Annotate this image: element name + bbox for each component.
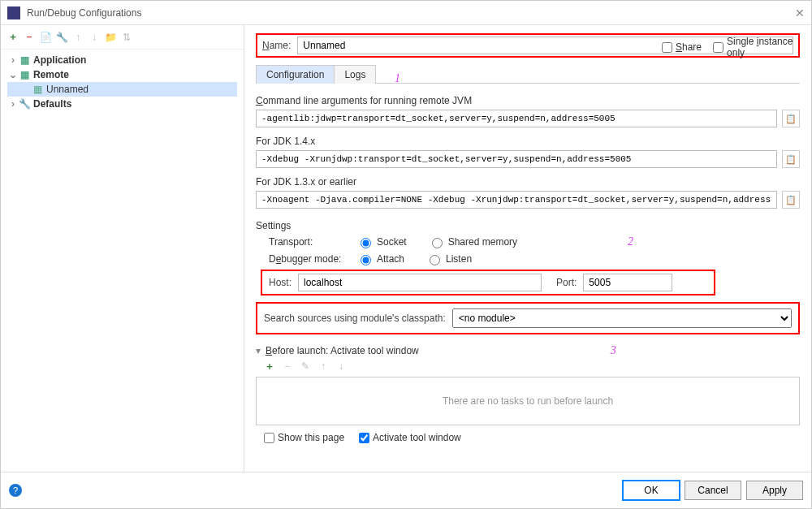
tree-item-unnamed[interactable]: ▦ Unnamed: [7, 82, 237, 97]
chevron-right-icon: ›: [7, 98, 19, 110]
app-logo-icon: [7, 6, 20, 19]
tab-logs[interactable]: Logs: [334, 65, 376, 84]
hostport-row: Host: Port:: [261, 270, 715, 295]
transport-shared-radio[interactable]: Shared memory: [428, 235, 517, 248]
tree-label: Remote: [33, 69, 69, 80]
name-label: NName:ame:: [262, 40, 291, 51]
classpath-select[interactable]: <no module>: [452, 308, 792, 328]
jdk13-input[interactable]: [256, 191, 777, 209]
single-instance-checkbox[interactable]: Single instance only: [713, 36, 811, 58]
before-launch-toolbar: ＋ － ✎ ↑ ↓: [256, 357, 800, 375]
apply-button[interactable]: Apply: [746, 481, 803, 500]
add-icon[interactable]: ＋: [264, 360, 275, 372]
move-down-icon[interactable]: ↓: [89, 32, 100, 43]
classpath-row: Search sources using module's classpath:…: [256, 302, 800, 334]
chevron-right-icon: ›: [7, 54, 19, 66]
host-label: Host:: [269, 277, 292, 288]
sort-icon[interactable]: ⇅: [121, 32, 132, 43]
window-title: Run/Debug Configurations: [27, 7, 795, 19]
copy-icon[interactable]: 📄: [40, 32, 51, 43]
transport-row: Transport: Socket Shared memory 2: [269, 235, 800, 248]
show-this-page-checkbox[interactable]: Show this page: [264, 432, 344, 443]
debugger-mode-row: Debugger mode: Attach Listen: [269, 252, 800, 265]
sidebar: ＋ － 📄 🔧 ↑ ↓ 📁 ⇅ › ▦ Application ⌄ ▦ Remo: [1, 25, 244, 472]
debugger-mode-label: Debugger mode:: [269, 253, 350, 265]
transport-label: Transport:: [269, 236, 350, 248]
port-label: Port:: [556, 277, 577, 288]
footer: ? OK Cancel Apply: [1, 472, 811, 508]
activate-tool-window-checkbox[interactable]: Activate tool window: [359, 432, 461, 443]
top-checks: Share Single instance only: [650, 36, 811, 58]
config-tree: › ▦ Application ⌄ ▦ Remote ▦ Unnamed › 🔧…: [1, 50, 244, 472]
copy-button[interactable]: 📋: [782, 110, 800, 127]
move-down-icon[interactable]: ↓: [335, 360, 347, 372]
main-panel: NName:ame: Share Single instance only Co…: [244, 25, 811, 472]
copy-button[interactable]: 📋: [782, 191, 800, 209]
tree-label: Unnamed: [46, 84, 89, 95]
tree-label: Defaults: [33, 98, 71, 110]
tree-item-defaults[interactable]: › 🔧 Defaults: [7, 97, 237, 111]
annotation-3: 3: [611, 344, 616, 357]
defaults-icon: 🔧: [19, 98, 30, 110]
folder-icon[interactable]: 📁: [105, 32, 116, 43]
before-launch-header[interactable]: ▾ Before launch: Activate tool window 3: [256, 344, 800, 357]
application-icon: ▦: [19, 54, 30, 66]
edit-icon[interactable]: ✎: [300, 360, 311, 372]
mode-attach-radio[interactable]: Attach: [356, 252, 404, 265]
add-icon[interactable]: ＋: [7, 32, 19, 43]
host-input[interactable]: [298, 274, 542, 291]
remote-icon: ▦: [32, 84, 43, 95]
remove-icon[interactable]: －: [24, 32, 35, 43]
remote-icon: ▦: [19, 69, 30, 80]
jdk14-label: For JDK 1.4.x: [256, 136, 800, 147]
jdk14-input[interactable]: [256, 150, 777, 168]
tab-configuration[interactable]: Configuration: [256, 65, 335, 84]
cmdline-input[interactable]: [256, 110, 777, 127]
before-launch-section: ▾ Before launch: Activate tool window 3 …: [256, 344, 800, 443]
chevron-down-icon: ▾: [256, 345, 261, 356]
move-up-icon[interactable]: ↑: [317, 360, 329, 372]
help-icon[interactable]: ?: [9, 484, 22, 497]
mode-listen-radio[interactable]: Listen: [425, 252, 472, 265]
titlebar: Run/Debug Configurations ✕: [1, 1, 811, 25]
cmdline-label: Command line arguments for running remot…: [256, 95, 800, 106]
remove-icon[interactable]: －: [282, 360, 293, 372]
port-input[interactable]: [583, 274, 672, 291]
sidebar-toolbar: ＋ － 📄 🔧 ↑ ↓ 📁 ⇅: [1, 25, 244, 50]
settings-label: Settings: [256, 220, 800, 231]
before-launch-empty: There are no tasks to run before launch: [443, 395, 613, 407]
close-icon[interactable]: ✕: [795, 6, 805, 19]
copy-button[interactable]: 📋: [782, 150, 800, 168]
annotation-2: 2: [628, 235, 633, 248]
chevron-down-icon: ⌄: [7, 69, 19, 80]
transport-socket-radio[interactable]: Socket: [356, 235, 407, 248]
share-checkbox[interactable]: Share: [662, 36, 702, 58]
tabs: Configuration Logs: [256, 64, 800, 84]
tree-item-remote[interactable]: ⌄ ▦ Remote: [7, 67, 237, 82]
settings-icon[interactable]: 🔧: [56, 32, 67, 43]
move-up-icon[interactable]: ↑: [72, 32, 84, 43]
cancel-button[interactable]: Cancel: [685, 481, 741, 500]
ok-button[interactable]: OK: [623, 481, 680, 500]
tree-item-application[interactable]: › ▦ Application: [7, 53, 237, 67]
settings-section: Settings Transport: Socket Shared memory…: [256, 215, 800, 295]
jdk13-label: For JDK 1.3.x or earlier: [256, 176, 800, 188]
classpath-label: Search sources using module's classpath:: [264, 313, 446, 324]
before-launch-list: There are no tasks to run before launch: [256, 377, 800, 425]
tree-label: Application: [33, 54, 86, 66]
